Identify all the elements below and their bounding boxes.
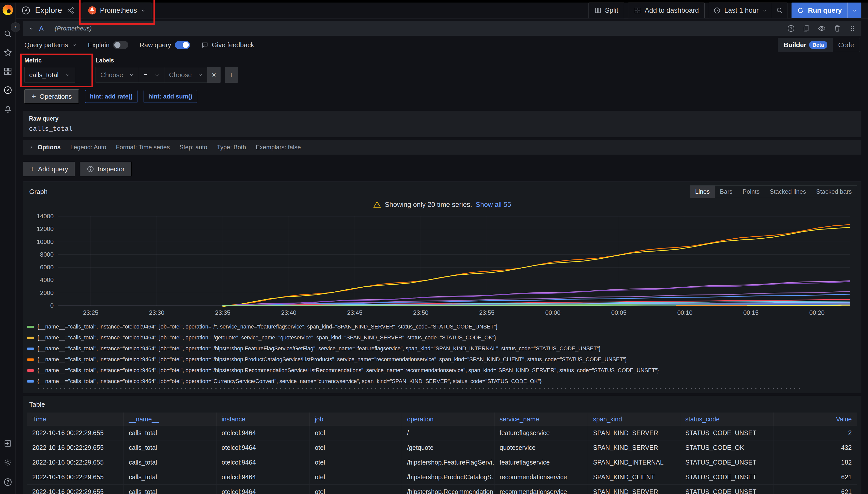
starred-icon[interactable] [3,48,12,57]
builder-mode-tab[interactable]: Builder Beta [778,38,833,52]
settings-gear-icon[interactable] [3,458,12,467]
help-icon[interactable] [3,478,12,487]
query-datasource-hint: (Prometheus) [55,25,91,32]
legend-item[interactable]: {__name__="calls_total", instance="otelc… [27,354,857,365]
legend-item[interactable]: {__name__="calls_total", instance="otelc… [27,343,857,354]
alerting-bell-icon[interactable] [3,104,12,113]
query-help-icon[interactable] [787,25,795,32]
query-patterns-dropdown[interactable]: Query patterns [24,41,77,49]
drag-handle-icon[interactable] [849,25,856,32]
comment-icon [201,41,209,49]
run-query-button[interactable]: Run query [792,2,862,18]
chevron-down-icon [129,72,134,77]
chevron-down-icon [198,72,203,77]
dashboards-icon[interactable] [3,67,12,76]
label-key-select[interactable]: Choose [95,67,139,83]
table-cell: calls_total [124,484,217,494]
explain-toggle[interactable] [113,41,128,49]
table-cell: otel [310,470,402,484]
add-label-filter-button[interactable]: + [224,67,238,83]
legend-item[interactable]: {__name__="calls_total", instance="otelc… [27,321,857,332]
table-cell: 2 [774,426,857,440]
duplicate-query-icon[interactable] [802,25,810,32]
search-icon[interactable] [3,30,12,38]
raw-query-toggle-group: Raw query [140,41,190,49]
datasource-picker[interactable]: Prometheus [83,2,152,18]
graph-panel: Graph LinesBarsPointsStacked linesStacke… [23,182,862,393]
search-minus-icon [776,7,783,14]
hide-response-eye-icon[interactable] [818,24,826,33]
add-to-dashboard-button[interactable]: Add to dashboard [628,2,705,18]
table-row: 2022-10-16 00:22:29.655calls_totalotelco… [27,455,857,470]
add-operation-button[interactable]: + Operations [24,89,79,103]
hint-add-sum-button[interactable]: hint: add sum() [144,90,197,103]
time-range-label: Last 1 hour [724,6,759,15]
give-feedback-link[interactable]: Give feedback [201,41,254,49]
legend-swatch [27,380,34,383]
table-column-header[interactable]: service_name [494,413,588,426]
table-cell: SPAN_KIND_SERVER [588,484,680,494]
grafana-logo-icon[interactable] [2,4,13,15]
label-value-select[interactable]: Choose [164,67,207,83]
table-cell: /hipstershop.Recommendation… [402,484,494,494]
table-cell: 2022-10-16 00:22:29.655 [27,484,124,494]
info-circle-icon [87,166,94,173]
options-expander[interactable]: Options [29,144,61,151]
add-query-button[interactable]: + Add query [23,162,75,176]
legend-item[interactable]: {__name__="calls_total", instance="otelc… [27,365,857,376]
graph-panel-title: Graph [27,187,50,197]
sign-in-icon[interactable] [3,439,12,448]
raw-query-toggle[interactable] [175,41,190,49]
table-column-header[interactable]: status_code [680,413,774,426]
graph-mode-points[interactable]: Points [737,186,764,198]
table-column-header[interactable]: instance [217,413,310,426]
table-column-header[interactable]: Value [774,413,857,426]
top-navbar: Explore Prometheus [16,2,868,19]
legend-swatch [27,347,34,350]
legend-item[interactable]: {__name__="calls_total", instance="otelc… [27,332,857,343]
label-operator-select[interactable]: = [139,67,164,83]
table-column-header[interactable]: Time [27,413,124,426]
collapse-chevron-icon[interactable] [29,26,34,31]
table-cell: calls_total [124,470,217,484]
table-column-header[interactable]: __name__ [124,413,217,426]
legend-item[interactable]: {__name__="calls_total", instance="otelc… [27,376,857,387]
graph-mode-stacked-bars[interactable]: Stacked bars [811,186,857,198]
svg-text:00:20: 00:20 [809,309,825,316]
query-row-header[interactable]: A (Prometheus) [23,21,862,36]
zoom-out-time-button[interactable] [772,3,787,18]
table-column-header[interactable]: operation [402,413,494,426]
table-column-header[interactable]: span_kind [588,413,680,426]
share-icon[interactable] [67,6,74,14]
show-all-series-link[interactable]: Show all 55 [476,201,511,209]
table-cell: 2022-10-16 00:22:29.655 [27,455,124,470]
code-mode-tab[interactable]: Code [833,38,860,52]
warning-triangle-icon [373,201,381,209]
sidebar-expand-button[interactable]: › [11,22,20,32]
remove-query-trash-icon[interactable] [833,25,841,32]
graph-mode-lines[interactable]: Lines [690,186,715,198]
inspector-button[interactable]: Inspector [80,162,132,176]
table-cell: /hipstershop.FeatureFlagServi… [402,455,494,470]
chevron-down-icon [155,72,160,77]
hint-add-rate-button[interactable]: hint: add rate() [85,90,138,103]
graph-mode-bars[interactable]: Bars [715,186,737,198]
svg-text:00:15: 00:15 [743,309,759,316]
graph-mode-stacked-lines[interactable]: Stacked lines [764,186,811,198]
split-button[interactable]: Split [589,2,624,18]
run-query-dropdown[interactable] [847,2,862,18]
graph-canvas[interactable]: 0200040006000800010000120001400023:2523:… [27,211,857,320]
table-panel-title: Table [27,400,47,410]
time-range-button[interactable]: Last 1 hour [709,6,772,15]
metric-value: calls_total [29,71,59,79]
table-cell: STATUS_CODE_UNSET [680,484,774,494]
table-column-header[interactable]: job [310,413,402,426]
metric-select[interactable]: calls_total [24,67,75,83]
table-cell: otelcol:9464 [217,470,310,484]
table-body: 2022-10-16 00:22:29.655calls_totalotelco… [27,426,857,494]
table-cell: /hipstershop.ProductCatalogS… [402,470,494,484]
explore-compass-icon[interactable] [3,86,12,94]
remove-label-filter-button[interactable]: × [207,67,220,83]
label-value-placeholder: Choose [169,71,192,79]
svg-text:23:35: 23:35 [215,309,231,316]
